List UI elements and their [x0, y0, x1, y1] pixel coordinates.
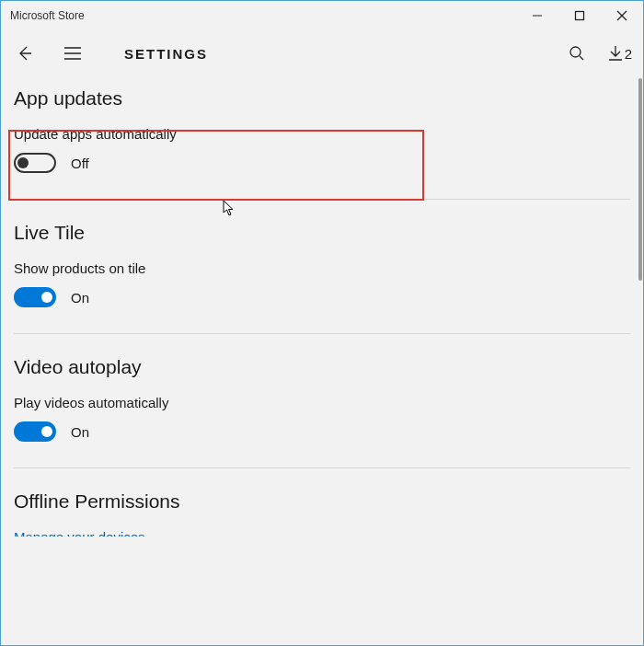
scrollbar[interactable]: [638, 78, 642, 281]
toggle-show-products-on-tile[interactable]: [14, 287, 56, 307]
divider: [14, 333, 630, 334]
toggle-state-show-products: On: [71, 290, 89, 306]
search-button[interactable]: [564, 40, 590, 66]
svg-line-8: [580, 56, 583, 60]
content-area: App updates Update apps automatically Of…: [1, 76, 643, 646]
window-title: Microsoft Store: [10, 9, 516, 22]
section-heading-app-updates: App updates: [14, 87, 630, 110]
toggle-state-update-apps: Off: [71, 156, 89, 171]
hamburger-menu-button[interactable]: [60, 40, 86, 66]
section-heading-live-tile: Live Tile: [14, 222, 630, 244]
close-button[interactable]: [601, 1, 643, 30]
toggle-state-play-videos: On: [71, 424, 89, 440]
app-header: SETTINGS 2: [1, 30, 643, 76]
back-button[interactable]: [12, 40, 38, 66]
section-heading-video-autoplay: Video autoplay: [14, 356, 630, 378]
divider: [14, 467, 630, 468]
toggle-update-apps-automatically[interactable]: [14, 153, 56, 173]
svg-point-7: [570, 47, 581, 57]
downloads-button[interactable]: 2: [608, 45, 632, 62]
window-titlebar: Microsoft Store: [1, 1, 643, 30]
page-title: SETTINGS: [124, 46, 208, 62]
manage-devices-link[interactable]: Manage your devices: [14, 529, 630, 536]
toggle-play-videos-automatically[interactable]: [14, 421, 56, 442]
setting-label-play-videos: Play videos automatically: [14, 395, 630, 410]
setting-label-show-products: Show products on tile: [14, 260, 630, 276]
minimize-button[interactable]: [516, 1, 558, 30]
section-heading-offline-permissions: Offline Permissions: [14, 490, 630, 513]
setting-label-update-apps: Update apps automatically: [14, 126, 630, 142]
maximize-button[interactable]: [558, 1, 601, 30]
svg-rect-1: [576, 12, 584, 20]
downloads-count: 2: [625, 46, 632, 62]
divider: [14, 199, 630, 200]
